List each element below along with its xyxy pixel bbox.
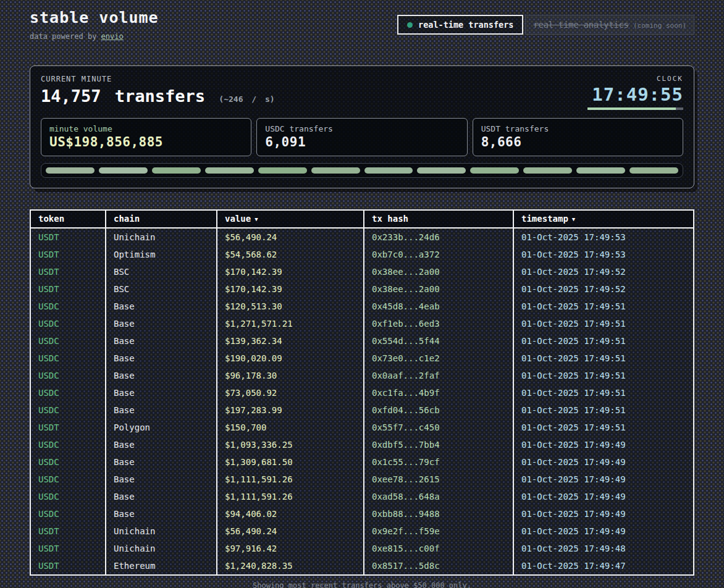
timestamp-cell: 01-Oct-2025 17:49:51 xyxy=(513,401,693,419)
chain-cell: Base xyxy=(105,471,216,488)
timestamp-cell: 01-Oct-2025 17:49:51 xyxy=(513,367,693,384)
tx-hash-link[interactable]: 0x0aaf...2faf xyxy=(363,367,513,384)
value-cell: $73,050.92 xyxy=(216,384,363,401)
tx-hash-link[interactable]: 0xe815...c00f xyxy=(363,540,513,557)
value-cell: $94,406.02 xyxy=(216,505,363,523)
table-row: USDC Base $73,050.92 0xc1fa...4b9f 01-Oc… xyxy=(31,384,693,401)
table-row: USDC Base $1,309,681.50 0x1c55...79cf 01… xyxy=(31,453,693,471)
tx-hash-link[interactable]: 0xad58...648a xyxy=(363,488,513,505)
tab-analytics-note: (coming soon) xyxy=(633,22,686,30)
tx-hash-link[interactable]: 0x38ee...2a00 xyxy=(363,263,513,280)
value-cell: $170,142.39 xyxy=(216,263,363,280)
powered-by-text: data powered by xyxy=(30,32,101,41)
chain-cell: Base xyxy=(105,505,216,523)
value-cell: $97,916.42 xyxy=(216,540,363,557)
token-cell: USDC xyxy=(31,384,105,401)
tx-hash-link[interactable]: 0x9e2f...f59e xyxy=(363,523,513,540)
token-cell: USDC xyxy=(31,332,105,350)
live-dot-icon xyxy=(407,22,413,28)
tx-hash-link[interactable]: 0xfd04...56cb xyxy=(363,401,513,419)
timestamp-cell: 01-Oct-2025 17:49:49 xyxy=(513,523,693,540)
stat-cards: minute volume US$198,856,885 USDC transf… xyxy=(41,118,683,156)
footer-note: Showing most recent transfers above $50,… xyxy=(30,581,694,588)
tx-hash-link[interactable]: 0x233b...24d6 xyxy=(363,229,513,246)
value-cell: $150,700 xyxy=(216,419,363,436)
timestamp-cell: 01-Oct-2025 17:49:49 xyxy=(513,453,693,471)
transfers-count-text: 14,757 transfers xyxy=(41,86,205,106)
tx-hash-link[interactable]: 0xdbf5...7bb4 xyxy=(363,436,513,453)
column-header-timestamp[interactable]: timestamp▼ xyxy=(513,211,693,227)
tx-hash-link[interactable]: 0xf1eb...6ed3 xyxy=(363,315,513,332)
brand-block: stable volume data powered by envio xyxy=(30,9,159,41)
tab-analytics-label: real-time analytics xyxy=(533,20,628,30)
powered-by: data powered by envio xyxy=(30,32,159,41)
clock-label: CLOCK xyxy=(587,75,683,83)
transfers-table: token chain value▼ tx hash timestamp▼ US… xyxy=(30,209,694,576)
usdt-transfers-label: USDT transfers xyxy=(481,124,675,133)
column-header-value[interactable]: value▼ xyxy=(216,211,363,227)
token-cell: USDT xyxy=(31,557,105,574)
token-cell: USDC xyxy=(31,488,105,505)
timestamp-cell: 01-Oct-2025 17:49:49 xyxy=(513,505,693,523)
column-header-token: token xyxy=(31,211,105,227)
activity-segment xyxy=(205,167,254,174)
chain-cell: Unichain xyxy=(105,540,216,557)
tab-real-time-transfers[interactable]: real-time transfers xyxy=(397,15,523,35)
timestamp-cell: 01-Oct-2025 17:49:51 xyxy=(513,384,693,401)
token-cell: USDT xyxy=(31,229,105,246)
chain-cell: Unichain xyxy=(105,229,216,246)
tx-hash-link[interactable]: 0xc1fa...4b9f xyxy=(363,384,513,401)
minute-progress-track xyxy=(587,107,683,110)
chain-cell: Base xyxy=(105,298,216,315)
token-cell: USDT xyxy=(31,523,105,540)
value-cell: $1,111,591.26 xyxy=(216,471,363,488)
tx-hash-link[interactable]: 0x45d8...4eab xyxy=(363,298,513,315)
token-cell: USDC xyxy=(31,367,105,384)
timestamp-cell: 01-Oct-2025 17:49:49 xyxy=(513,436,693,453)
chain-cell: Base xyxy=(105,453,216,471)
activity-segment xyxy=(523,167,572,174)
token-cell: USDC xyxy=(31,436,105,453)
value-cell: $54,568.62 xyxy=(216,246,363,263)
table-row: USDT Unichain $56,490.24 0x233b...24d6 0… xyxy=(31,229,693,246)
tx-hash-link[interactable]: 0x8517...5d8c xyxy=(363,557,513,574)
sort-desc-icon: ▼ xyxy=(572,216,575,222)
transfers-count: 14,757 transfers (~246 / s) xyxy=(41,86,275,106)
table-row: USDC Base $139,362.34 0x554d...5f44 01-O… xyxy=(31,332,693,350)
chain-cell: Base xyxy=(105,350,216,367)
tx-hash-link[interactable]: 0x55f7...c450 xyxy=(363,419,513,436)
tx-hash-link[interactable]: 0x554d...5f44 xyxy=(363,332,513,350)
current-minute-label: CURRENT MINUTE xyxy=(41,75,275,83)
minute-stats: CURRENT MINUTE 14,757 transfers (~246 / … xyxy=(41,75,275,106)
tab-transfers-label: real-time transfers xyxy=(418,20,513,30)
value-cell: $56,490.24 xyxy=(216,229,363,246)
tx-hash-link[interactable]: 0x38ee...2a00 xyxy=(363,280,513,298)
value-cell: $1,240,828.35 xyxy=(216,557,363,574)
tab-real-time-analytics: real-time analytics (coming soon) xyxy=(525,15,694,35)
chain-cell: BSC xyxy=(105,280,216,298)
minute-progress-fill xyxy=(587,107,676,110)
token-cell: USDC xyxy=(31,298,105,315)
table-row: USDT Optimism $54,568.62 0xb7c0...a372 0… xyxy=(31,246,693,263)
tx-hash-link[interactable]: 0x73e0...c1e2 xyxy=(363,350,513,367)
tx-hash-link[interactable]: 0xb7c0...a372 xyxy=(363,246,513,263)
tx-hash-link[interactable]: 0x1c55...79cf xyxy=(363,453,513,471)
activity-segment xyxy=(629,167,678,174)
timestamp-cell: 01-Oct-2025 17:49:49 xyxy=(513,488,693,505)
value-cell: $190,020.09 xyxy=(216,350,363,367)
envio-link[interactable]: envio xyxy=(101,32,124,41)
table-row: USDT Unichain $56,490.24 0x9e2f...f59e 0… xyxy=(31,523,693,540)
timestamp-cell: 01-Oct-2025 17:49:48 xyxy=(513,540,693,557)
timestamp-cell: 01-Oct-2025 17:49:52 xyxy=(513,263,693,280)
table-row: USDT BSC $170,142.39 0x38ee...2a00 01-Oc… xyxy=(31,280,693,298)
tx-hash-link[interactable]: 0xbb88...9488 xyxy=(363,505,513,523)
token-cell: USDC xyxy=(31,315,105,332)
token-cell: USDC xyxy=(31,350,105,367)
activity-segment xyxy=(46,167,95,174)
tx-hash-link[interactable]: 0xee78...2615 xyxy=(363,471,513,488)
timestamp-header-label: timestamp xyxy=(521,214,568,224)
sort-desc-icon: ▼ xyxy=(255,216,258,222)
chain-cell: Base xyxy=(105,367,216,384)
timestamp-cell: 01-Oct-2025 17:49:51 xyxy=(513,419,693,436)
value-cell: $197,283.99 xyxy=(216,401,363,419)
